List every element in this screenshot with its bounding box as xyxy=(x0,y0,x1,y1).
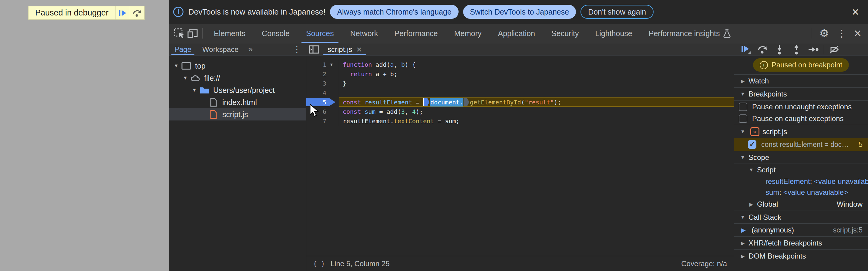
toggle-navigator-button[interactable] xyxy=(306,43,322,55)
code-line-2[interactable]: 2 return a + b; xyxy=(306,69,734,79)
breakpoint-entry[interactable]: const resultElement = doc… 5 xyxy=(734,138,868,151)
pause-uncaught-row[interactable]: Pause on uncaught exceptions xyxy=(734,100,868,113)
tab-console[interactable]: Console xyxy=(253,24,298,43)
line-number[interactable]: 4 xyxy=(306,89,326,96)
section-xhr-breakpoints[interactable]: ▶ XHR/fetch Breakpoints xyxy=(734,236,868,249)
editor-tab-scriptjs[interactable]: script.js × xyxy=(322,43,367,55)
tab-security[interactable]: Security xyxy=(543,24,587,43)
gutter-line-7[interactable]: 7 xyxy=(306,116,339,126)
inspect-element-button[interactable] xyxy=(173,27,186,39)
checkbox-unchecked[interactable] xyxy=(739,114,747,123)
step-into-button[interactable] xyxy=(771,43,788,56)
sidebar-menu-icon[interactable]: ⋮ xyxy=(288,44,306,54)
paused-on-breakpoint-badge: i Paused on breakpoint xyxy=(753,58,849,71)
checkbox-checked[interactable] xyxy=(748,140,756,149)
code-line-1[interactable]: 1▼function add(a, b) { xyxy=(306,60,734,69)
tab-close-icon[interactable]: × xyxy=(356,45,362,54)
device-toolbar-button[interactable] xyxy=(186,27,199,39)
code-area[interactable]: 1▼function add(a, b) {2 return a + b;3}4… xyxy=(306,56,734,256)
code-line-4[interactable]: 4 xyxy=(306,88,734,97)
file-js-icon xyxy=(208,110,219,119)
call-stack-frame[interactable]: ▶ (anonymous) script.js:5 xyxy=(734,224,868,236)
line-text: const sum = add(3, 4); xyxy=(339,107,734,116)
tab-memory[interactable]: Memory xyxy=(446,24,490,43)
tab-application[interactable]: Application xyxy=(490,24,543,43)
scope-variable-row[interactable]: sum: <value unavailable> xyxy=(734,187,868,198)
token-pl: = sum; xyxy=(434,117,460,125)
breakpoint-group-scriptjs[interactable]: ▼ ‹› script.js xyxy=(734,125,868,138)
code-line-7[interactable]: 7resultElement.textContent = sum; xyxy=(306,116,734,126)
tab-page[interactable]: Page xyxy=(169,43,197,55)
chevron-down-icon[interactable]: ▼ xyxy=(190,87,199,93)
tree-item-users-user-project[interactable]: ▼Users/user/project xyxy=(169,84,306,96)
step-over-button[interactable] xyxy=(754,43,771,56)
more-options-icon[interactable]: ⋮ xyxy=(834,28,849,39)
tree-item-index-html[interactable]: index.html xyxy=(169,96,306,108)
tab-lighthouse[interactable]: Lighthouse xyxy=(587,24,640,43)
scope-script-group[interactable]: ▼ Script xyxy=(734,164,868,176)
tab-network[interactable]: Network xyxy=(342,24,386,43)
tab-performance-insights[interactable]: Performance insights xyxy=(641,24,739,43)
settings-gear-icon[interactable]: ⚙ xyxy=(816,27,832,40)
switch-devtools-japanese-button[interactable]: Switch DevTools to Japanese xyxy=(463,5,576,19)
gutter-line-4[interactable]: 4 xyxy=(306,88,339,97)
gutter-line-3[interactable]: 3 xyxy=(306,79,339,88)
code-line-3[interactable]: 3} xyxy=(306,79,734,88)
devtools-close-icon[interactable]: × xyxy=(851,27,864,40)
section-dom-breakpoints[interactable]: ▶ DOM Breakpoints xyxy=(734,249,868,263)
chevron-down-icon[interactable]: ▼ xyxy=(172,63,181,68)
chevron-right-icon: ▶ xyxy=(738,253,747,259)
always-match-language-button[interactable]: Always match Chrome's language xyxy=(330,5,458,19)
infobar-close-icon[interactable]: × xyxy=(850,6,861,18)
resume-script-button[interactable] xyxy=(115,6,130,20)
fold-arrow-icon[interactable]: ▼ xyxy=(326,62,337,67)
tree-item-label: top xyxy=(195,62,206,70)
gutter-line-1[interactable]: 1▼ xyxy=(306,60,339,69)
step-over-button[interactable] xyxy=(130,6,144,20)
inline-breakpoint-icon[interactable] xyxy=(424,98,429,106)
line-number[interactable]: 2 xyxy=(306,70,326,78)
scope-global-group[interactable]: ▶ Global Window xyxy=(734,198,868,211)
inline-breakpoint-icon[interactable] xyxy=(464,98,469,106)
breakpoint-file-label: script.js xyxy=(763,127,787,136)
line-number[interactable]: 3 xyxy=(306,80,326,87)
token-pl: ( xyxy=(521,99,525,106)
tabbar-right-icons: ⚙ ⋮ × xyxy=(808,27,864,40)
chevron-right-icon: ▶ xyxy=(738,78,747,84)
tab-performance[interactable]: Performance xyxy=(386,24,446,43)
more-tabs-icon[interactable]: » xyxy=(244,44,257,54)
dont-show-again-button[interactable]: Don't show again xyxy=(581,5,654,19)
checkbox-unchecked[interactable] xyxy=(739,102,747,111)
line-number[interactable]: 1 xyxy=(306,61,326,68)
panel-tabs: ElementsConsoleSourcesNetworkPerformance… xyxy=(206,24,739,43)
step-out-button[interactable] xyxy=(788,43,805,56)
tree-item-top[interactable]: ▼top xyxy=(169,60,306,72)
section-scope[interactable]: ▼ Scope xyxy=(734,151,868,164)
section-call-stack[interactable]: ▼ Call Stack xyxy=(734,211,868,224)
code-line-6[interactable]: 6const sum = add(3, 4); xyxy=(306,107,734,116)
resume-script-button[interactable] xyxy=(737,43,754,56)
tree-item-script-js[interactable]: script.js xyxy=(169,108,306,120)
token-pl xyxy=(343,70,350,78)
token-kw: return xyxy=(350,70,372,78)
chevron-down-icon[interactable]: ▼ xyxy=(181,75,190,81)
gutter-line-2[interactable]: 2 xyxy=(306,69,339,79)
line-number[interactable]: 7 xyxy=(306,117,326,125)
pause-caught-row[interactable]: Pause on caught exceptions xyxy=(734,113,868,125)
tab-sources[interactable]: Sources xyxy=(298,24,342,43)
pretty-print-icon[interactable]: { } xyxy=(313,260,325,267)
token-num: 3 xyxy=(401,108,405,115)
tab-elements[interactable]: Elements xyxy=(206,24,253,43)
tree-item-file-[interactable]: ▼file:// xyxy=(169,72,306,84)
token-def: sum xyxy=(365,108,375,115)
step-button[interactable] xyxy=(805,43,822,56)
deactivate-breakpoints-button[interactable] xyxy=(826,43,843,56)
section-breakpoints[interactable]: ▼ Breakpoints xyxy=(734,87,868,100)
section-watch[interactable]: ▶ Watch xyxy=(734,74,868,87)
chevron-right-icon: ▶ xyxy=(738,240,747,246)
tab-workspace[interactable]: Workspace xyxy=(197,43,244,55)
paused-message-row: i Paused on breakpoint xyxy=(734,56,868,74)
scope-variable-row[interactable]: resultElement: <value unavailable> xyxy=(734,176,868,187)
line-text: } xyxy=(339,79,734,88)
code-line-5[interactable]: 5const resultElement = document.getEleme… xyxy=(306,97,734,107)
